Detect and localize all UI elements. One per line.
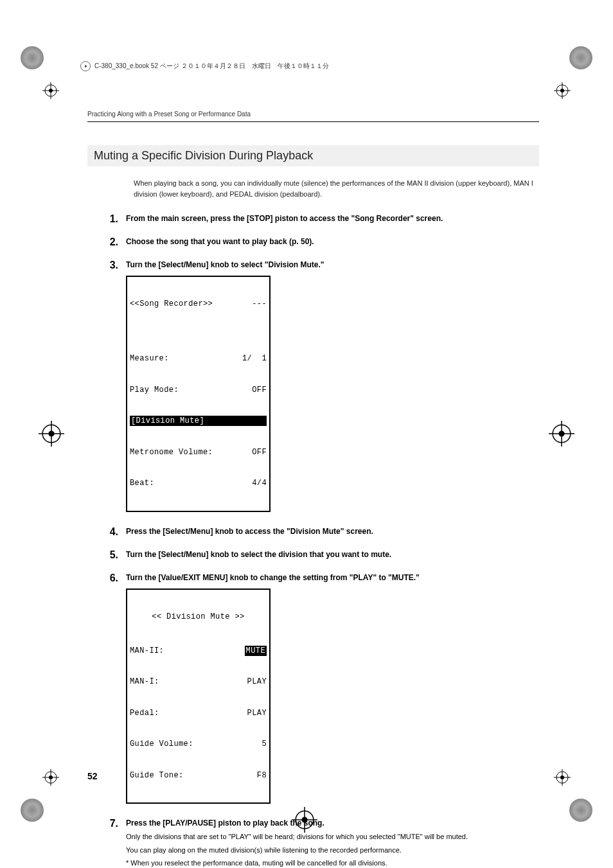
- step-number: 1.: [87, 213, 126, 225]
- clock-icon: ✦: [80, 61, 91, 71]
- svg-point-11: [49, 775, 53, 779]
- step-1: 1. From the main screen, press the [STOP…: [87, 213, 539, 225]
- print-corner-mark: [21, 799, 44, 822]
- page-build-info: ✦ C-380_330_e.book 52 ページ ２０１０年４月２８日 水曜日…: [80, 61, 329, 71]
- lcd-label: Guide Tone:: [130, 770, 184, 781]
- page-content: Practicing Along with a Preset Song or P…: [87, 111, 539, 781]
- section-title: Muting a Specific Division During Playba…: [87, 145, 539, 166]
- lcd-screenshot-song-recorder: <<Song Recorder>>--- Measure:1/ 1 Play M…: [126, 276, 271, 512]
- step-number: 2.: [87, 236, 126, 248]
- registration-mark-icon: [39, 421, 64, 447]
- lcd-label: Play Mode:: [130, 385, 179, 395]
- lcd-selected-row: [Division Mute]: [130, 416, 267, 426]
- lcd-value: 1/ 1: [242, 353, 267, 364]
- step-title: Turn the [Select/Menu] knob to select "D…: [126, 260, 539, 270]
- step-description: You can play along on the muted division…: [126, 845, 539, 856]
- step-number: 7.: [87, 818, 126, 868]
- registration-mark-icon: [554, 82, 571, 99]
- lcd-value: 4/4: [252, 478, 267, 488]
- print-corner-mark: [569, 799, 592, 822]
- lcd-label: Pedal:: [130, 708, 159, 718]
- lcd-label: Beat:: [130, 478, 154, 488]
- header-rule: [87, 121, 539, 122]
- step-6: 6. Turn the [Value/EXIT MENU] knob to ch…: [87, 572, 539, 807]
- step-description: Only the divisions that are set to "PLAY…: [126, 831, 539, 842]
- step-number: 4.: [87, 526, 126, 538]
- step-5: 5. Turn the [Select/Menu] knob to select…: [87, 549, 539, 561]
- step-title: Choose the song that you want to play ba…: [126, 236, 539, 247]
- svg-point-23: [558, 430, 564, 436]
- lcd-title-right: ---: [252, 299, 267, 309]
- step-title: From the main screen, press the [STOP] p…: [126, 213, 539, 224]
- lcd-selected-value: MUTE: [245, 646, 267, 656]
- print-corner-mark: [569, 46, 592, 69]
- page-number: 52: [87, 771, 98, 781]
- step-number: 3.: [87, 260, 126, 515]
- svg-point-15: [560, 775, 564, 779]
- lcd-label: Metronome Volume:: [130, 447, 213, 457]
- lcd-value: PLAY: [247, 708, 267, 718]
- running-header: Practicing Along with a Preset Song or P…: [87, 111, 539, 118]
- step-title: Press the [PLAY/PAUSE] piston to play ba…: [126, 818, 539, 829]
- svg-point-3: [49, 89, 53, 93]
- print-corner-mark: [21, 46, 44, 69]
- lcd-value: PLAY: [247, 677, 267, 687]
- registration-mark-icon: [554, 769, 571, 786]
- lcd-value: 5: [262, 739, 267, 749]
- registration-mark-icon: [42, 82, 59, 99]
- lcd-title: << Division Mute >>: [130, 612, 267, 624]
- lcd-label: MAN-II:: [130, 646, 164, 656]
- lcd-value: F8: [257, 770, 267, 781]
- lcd-screenshot-division-mute: << Division Mute >> MAN-II:MUTE MAN-I:PL…: [126, 589, 271, 804]
- lcd-label: Measure:: [130, 353, 169, 364]
- step-title: Turn the [Select/Menu] knob to select th…: [126, 549, 539, 560]
- lcd-title: <<Song Recorder>>: [130, 299, 213, 309]
- step-note: * When you reselect the performance data…: [126, 858, 539, 868]
- intro-paragraph: When playing back a song, you can indivi…: [134, 178, 539, 199]
- step-title: Press the [Select/Menu] knob to access t…: [126, 526, 539, 537]
- registration-mark-icon: [42, 769, 59, 786]
- step-4: 4. Press the [Select/Menu] knob to acces…: [87, 526, 539, 538]
- step-3: 3. Turn the [Select/Menu] knob to select…: [87, 260, 539, 515]
- step-title: Turn the [Value/EXIT MENU] knob to chang…: [126, 572, 539, 583]
- step-7: 7. Press the [PLAY/PAUSE] piston to play…: [87, 818, 539, 868]
- lcd-value: OFF: [252, 385, 267, 395]
- lcd-label: Guide Volume:: [130, 739, 193, 749]
- svg-point-7: [560, 89, 564, 93]
- step-number: 5.: [87, 549, 126, 561]
- lcd-label: MAN-I:: [130, 677, 159, 687]
- lcd-value: OFF: [252, 447, 267, 457]
- step-2: 2. Choose the song that you want to play…: [87, 236, 539, 248]
- registration-mark-icon: [549, 421, 574, 447]
- file-info-text: C-380_330_e.book 52 ページ ２０１０年４月２８日 水曜日 午…: [94, 62, 329, 71]
- svg-point-19: [48, 430, 54, 436]
